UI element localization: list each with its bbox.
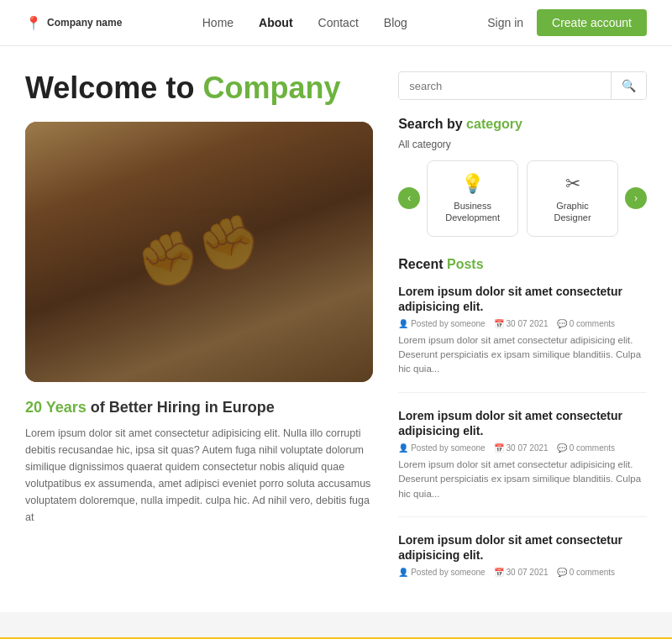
post-comments-3: 💬 0 comments — [557, 568, 615, 577]
nav-contact[interactable]: Contact — [318, 16, 359, 29]
comments-text-3: 0 comments — [570, 568, 615, 577]
graphic-icon: ✂ — [536, 173, 609, 195]
post-meta-3: 👤 Posted by someone 📅 30 07 2021 💬 0 com… — [398, 568, 647, 577]
post-body-1: Lorem ipsum dolor sit amet consectetur a… — [398, 333, 647, 377]
post-meta-1: 👤 Posted by someone 📅 30 07 2021 💬 0 com… — [398, 319, 647, 328]
person-icon-2: 👤 — [398, 443, 408, 453]
search-input[interactable] — [399, 73, 611, 99]
search-box: 🔍 — [398, 71, 647, 100]
post-comments-1: 💬 0 comments — [557, 319, 615, 328]
comment-icon-1: 💬 — [557, 319, 567, 328]
category-carousel: ‹ 💡 BusinessDevelopment ✂ GraphicDesigne… — [398, 160, 647, 237]
post-date-3: 📅 30 07 2021 — [494, 568, 549, 577]
category-card-graphic[interactable]: ✂ GraphicDesigner — [527, 160, 618, 237]
carousel-prev-button[interactable]: ‹ — [398, 187, 420, 209]
person-icon-3: 👤 — [398, 568, 408, 577]
person-icon-1: 👤 — [398, 319, 408, 328]
recent-posts-title: Recent Posts — [398, 257, 647, 272]
search-button[interactable]: 🔍 — [611, 72, 646, 99]
category-card-business[interactable]: 💡 BusinessDevelopment — [427, 160, 518, 237]
posts-green-text: Posts — [447, 257, 484, 271]
comments-text-2: 0 comments — [570, 443, 615, 453]
post-author-3: 👤 Posted by someone — [398, 568, 485, 577]
navbar-actions: Sign in Create account — [487, 9, 647, 36]
date-text-1: 30 07 2021 — [507, 319, 549, 328]
post-comments-2: 💬 0 comments — [557, 443, 615, 453]
calendar-icon-1: 📅 — [494, 319, 504, 328]
main-container: Welcome to Company 20 Years of Better Hi… — [0, 46, 672, 612]
hero-image-visual — [25, 122, 373, 382]
comments-text-1: 0 comments — [570, 319, 615, 328]
post-title-2[interactable]: Lorem ipsum dolor sit amet consectetur a… — [398, 408, 647, 438]
brand-logo: 📍 Company name — [25, 15, 122, 31]
graphic-label: GraphicDesigner — [536, 200, 609, 224]
nav-menu: Home About Contact Blog — [122, 16, 487, 29]
post-body-2: Lorem ipsum dolor sit amet consectetur a… — [398, 458, 647, 501]
hero-image — [25, 122, 373, 382]
business-icon: 💡 — [436, 173, 509, 195]
author-text-2: Posted by someone — [411, 443, 485, 453]
welcome-text: Welcome to — [25, 71, 202, 105]
date-text-2: 30 07 2021 — [507, 443, 549, 453]
years-subtitle: of Better Hiring in Europe — [87, 399, 275, 416]
signin-link[interactable]: Sign in — [487, 16, 523, 29]
post-item-1: Lorem ipsum dolor sit amet consectetur a… — [398, 284, 647, 393]
nav-home[interactable]: Home — [202, 16, 234, 29]
calendar-icon-2: 📅 — [494, 443, 504, 453]
nav-blog[interactable]: Blog — [384, 16, 407, 29]
comment-icon-3: 💬 — [557, 568, 567, 577]
carousel-next-button[interactable]: › — [625, 187, 647, 209]
comment-icon-2: 💬 — [557, 443, 567, 453]
nav-about[interactable]: About — [259, 16, 292, 29]
post-date-2: 📅 30 07 2021 — [494, 443, 549, 453]
left-column: Welcome to Company 20 Years of Better Hi… — [25, 71, 373, 612]
category-title-text: Search by — [398, 117, 466, 131]
category-green-text: category — [466, 117, 522, 131]
business-label: BusinessDevelopment — [436, 200, 509, 224]
navbar: 📍 Company name Home About Contact Blog S… — [0, 0, 672, 46]
recent-text: Recent — [398, 257, 447, 271]
date-text-3: 30 07 2021 — [507, 568, 549, 577]
post-item-3: Lorem ipsum dolor sit amet consectetur a… — [398, 532, 647, 597]
category-section-title: Search by category — [398, 117, 647, 132]
all-category-label: All category — [398, 139, 647, 150]
post-author-2: 👤 Posted by someone — [398, 443, 485, 453]
years-title: 20 Years of Better Hiring in Europe — [25, 399, 373, 416]
post-meta-2: 👤 Posted by someone 📅 30 07 2021 💬 0 com… — [398, 443, 647, 453]
author-text-3: Posted by someone — [411, 568, 485, 577]
years-green-text: 20 Years — [25, 399, 87, 416]
post-title-3[interactable]: Lorem ipsum dolor sit amet consectetur a… — [398, 532, 647, 563]
right-column: 🔍 Search by category All category ‹ 💡 Bu… — [398, 71, 647, 612]
description-text: Lorem ipsum dolor sit amet consectetur a… — [25, 425, 373, 526]
company-text: Company — [202, 71, 340, 105]
create-account-button[interactable]: Create account — [537, 9, 647, 36]
calendar-icon-3: 📅 — [494, 568, 504, 577]
pin-icon: 📍 — [25, 15, 42, 31]
author-text-1: Posted by someone — [411, 319, 485, 328]
post-author-1: 👤 Posted by someone — [398, 319, 485, 328]
post-title-1[interactable]: Lorem ipsum dolor sit amet consectetur a… — [398, 284, 647, 314]
post-item-2: Lorem ipsum dolor sit amet consectetur a… — [398, 408, 647, 517]
brand-name: Company name — [47, 17, 122, 29]
category-cards: 💡 BusinessDevelopment ✂ GraphicDesigner — [427, 160, 618, 237]
post-date-1: 📅 30 07 2021 — [494, 319, 549, 328]
welcome-title: Welcome to Company — [25, 71, 373, 105]
